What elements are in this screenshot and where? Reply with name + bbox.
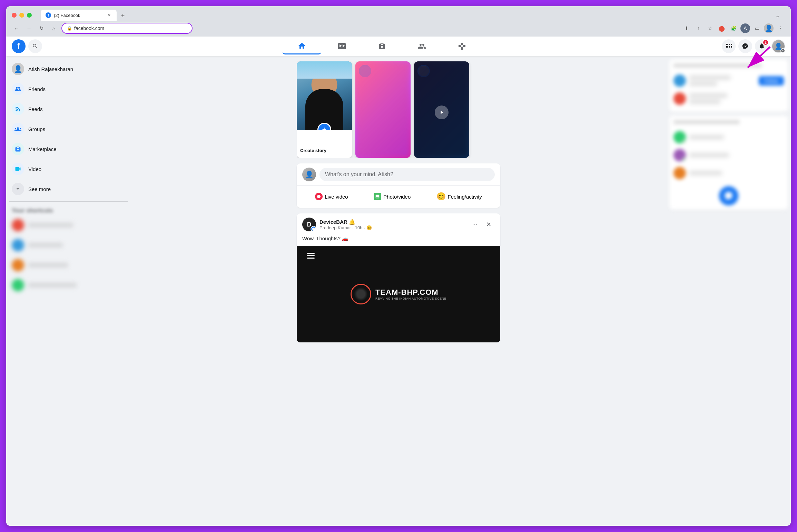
post-author-avatar[interactable]: D bbox=[302, 218, 316, 231]
nav-gaming[interactable] bbox=[443, 38, 481, 54]
browser-window: f (2) Facebook ✕ + ⌄ ← → ↻ ⌂ 🔒 facebook.… bbox=[6, 6, 791, 526]
left-sidebar: 👤 Atish Rajasekharan Friends bbox=[6, 56, 130, 526]
live-indicator bbox=[311, 226, 316, 231]
feeds-icon bbox=[12, 103, 24, 115]
nav-icons bbox=[42, 38, 722, 54]
right-item-info-2 bbox=[689, 93, 784, 104]
nav-right: 2 👤 bbox=[722, 39, 785, 53]
live-video-button[interactable]: Live video bbox=[309, 189, 354, 204]
account-menu-button[interactable]: 👤 bbox=[771, 39, 785, 53]
minimize-button[interactable] bbox=[19, 13, 24, 18]
shortcut-item-2 bbox=[9, 235, 128, 255]
story-content-2 bbox=[355, 61, 411, 158]
post-composer: 👤 What's on your mind, Atish? Live video bbox=[297, 163, 500, 208]
facebook-navbar: f bbox=[6, 37, 791, 56]
sidebar-item-see-more[interactable]: See more bbox=[9, 179, 128, 199]
shortcut-label-1 bbox=[28, 223, 73, 228]
close-button[interactable] bbox=[12, 13, 17, 18]
nav-groups[interactable] bbox=[403, 38, 441, 54]
create-post-input[interactable]: What's on your mind, Atish? bbox=[319, 168, 495, 181]
sidebar-item-friends[interactable]: Friends bbox=[9, 79, 128, 99]
new-tab-button[interactable]: + bbox=[118, 11, 128, 21]
sidebar-item-marketplace[interactable]: Marketplace bbox=[9, 139, 128, 159]
address-bar-row: ← → ↻ ⌂ 🔒 facebook.com ⬇ ↑ ☆ ⬤ 🧩 A ▭ 👤 bbox=[6, 21, 791, 37]
story-card-3[interactable] bbox=[414, 61, 469, 158]
team-bhp-logo: TEAM-BHP.COM REVVING THE INDIAN AUTOMOTI… bbox=[351, 284, 446, 304]
facebook-main: 👤 Atish Rajasekharan Friends bbox=[6, 56, 791, 526]
window-menu-icon[interactable]: ⌄ bbox=[775, 12, 780, 19]
live-video-label: Live video bbox=[325, 194, 348, 200]
sidebar-item-feeds[interactable]: Feeds bbox=[9, 99, 128, 119]
right-contact-name-3 bbox=[689, 171, 722, 175]
user-avatar: 👤 bbox=[12, 63, 24, 75]
right-action-button-1[interactable]: Follow bbox=[759, 76, 784, 86]
tab-favicon: f bbox=[46, 12, 51, 18]
forward-button[interactable]: → bbox=[24, 23, 34, 33]
extensions-icon[interactable]: 🧩 bbox=[729, 23, 738, 33]
sidebar-item-profile[interactable]: 👤 Atish Rajasekharan bbox=[9, 59, 128, 79]
maximize-button[interactable] bbox=[27, 13, 32, 18]
download-icon[interactable]: ⬇ bbox=[682, 23, 691, 33]
right-contact-avatar-1 bbox=[673, 131, 686, 143]
composer-top: 👤 What's on your mind, Atish? bbox=[302, 168, 495, 181]
address-field[interactable]: 🔒 facebook.com bbox=[61, 23, 193, 34]
facebook-logo[interactable]: f bbox=[12, 39, 26, 53]
home-button[interactable]: ⌂ bbox=[49, 23, 59, 33]
post-more-button[interactable]: ··· bbox=[469, 218, 481, 231]
right-contact-1 bbox=[673, 128, 784, 146]
title-bar: f (2) Facebook ✕ + ⌄ bbox=[6, 6, 791, 21]
user-name-label: Atish Rajasekharan bbox=[28, 66, 73, 72]
opera-icon[interactable]: ⬤ bbox=[717, 23, 727, 33]
bhp-text: TEAM-BHP.COM REVVING THE INDIAN AUTOMOTI… bbox=[375, 288, 446, 300]
story-play-button[interactable] bbox=[435, 106, 449, 119]
browser-chrome: f (2) Facebook ✕ + ⌄ ← → ↻ ⌂ 🔒 facebook.… bbox=[6, 6, 791, 37]
photo-video-button[interactable]: Photo/video bbox=[368, 189, 416, 204]
post-actions: ··· ✕ bbox=[469, 218, 495, 231]
right-contact-3 bbox=[673, 164, 784, 182]
shortcut-avatar-4 bbox=[12, 279, 24, 291]
shortcut-item-3 bbox=[9, 255, 128, 275]
tab-close-button[interactable]: ✕ bbox=[106, 12, 112, 18]
share-icon[interactable]: ↑ bbox=[693, 23, 703, 33]
sidebar-item-video[interactable]: Video bbox=[9, 159, 128, 179]
see-more-icon bbox=[12, 183, 24, 195]
feeling-activity-button[interactable]: 😊 Feeling/activity bbox=[431, 189, 488, 204]
composer-actions: Live video Photo/video 😊 Feeling/activ bbox=[302, 189, 495, 204]
right-item-name-1 bbox=[689, 76, 731, 80]
browser-profile-icon[interactable]: 👤 bbox=[764, 23, 774, 33]
tab-title: (2) Facebook bbox=[54, 13, 104, 18]
post-close-button[interactable]: ✕ bbox=[482, 218, 495, 231]
create-story-bottom: Create story bbox=[297, 130, 352, 158]
shortcut-item-4 bbox=[9, 275, 128, 295]
shortcut-label-2 bbox=[28, 243, 63, 248]
right-contacts-title bbox=[673, 120, 740, 124]
messenger-bubble-button[interactable] bbox=[719, 186, 738, 205]
post-author-name: DeviceBAR 🔔 bbox=[319, 219, 465, 225]
team-bhp-overlay: TEAM-BHP.COM REVVING THE INDIAN AUTOMOTI… bbox=[297, 246, 500, 342]
notifications-button[interactable]: 2 bbox=[755, 39, 769, 53]
feed-content: + Create story bbox=[297, 61, 500, 342]
nav-home[interactable] bbox=[283, 38, 321, 54]
composer-avatar: 👤 bbox=[302, 168, 316, 181]
sidebar-icon[interactable]: ▭ bbox=[752, 23, 762, 33]
shortcut-label-3 bbox=[28, 263, 68, 268]
browser-menu-icon[interactable]: ⋮ bbox=[776, 23, 785, 33]
sidebar-item-groups[interactable]: Groups bbox=[9, 119, 128, 139]
active-tab[interactable]: f (2) Facebook ✕ bbox=[41, 10, 117, 21]
right-contact-avatar-3 bbox=[673, 167, 686, 179]
refresh-button[interactable]: ↻ bbox=[37, 23, 46, 33]
nav-marketplace[interactable] bbox=[363, 38, 401, 54]
create-story-card[interactable]: + Create story bbox=[297, 61, 352, 158]
back-button[interactable]: ← bbox=[12, 23, 21, 33]
story-card-2[interactable] bbox=[355, 61, 411, 158]
nav-watch[interactable] bbox=[323, 38, 361, 54]
live-video-icon bbox=[315, 193, 323, 200]
right-item-name-2 bbox=[689, 93, 727, 98]
bookmark-icon[interactable]: ☆ bbox=[705, 23, 715, 33]
feeling-label: Feeling/activity bbox=[448, 194, 482, 200]
search-button[interactable] bbox=[28, 39, 42, 53]
messenger-button[interactable] bbox=[738, 39, 752, 53]
profile-sync-icon[interactable]: A bbox=[740, 23, 750, 33]
photo-video-label: Photo/video bbox=[383, 194, 411, 200]
apps-menu-button[interactable] bbox=[722, 39, 736, 53]
